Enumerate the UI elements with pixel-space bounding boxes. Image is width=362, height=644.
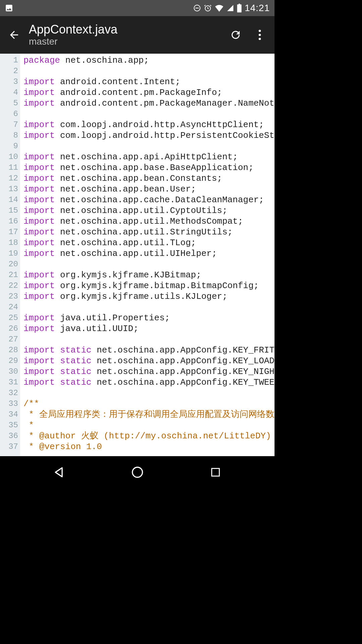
code-line: import com.loopj.android.http.Persistent…: [23, 130, 275, 141]
code-line: import static net.oschina.app.AppConfig.…: [23, 356, 275, 366]
line-number: 18: [0, 237, 18, 248]
line-number: 27: [0, 334, 18, 345]
cell-signal-icon: [227, 4, 234, 12]
app-bar: AppContext.java master: [0, 16, 275, 54]
code-line: [23, 109, 275, 119]
arrow-left-icon: [8, 29, 20, 41]
line-number: 37: [0, 441, 18, 452]
line-number: 8: [0, 130, 18, 141]
code-line: package net.oschina.app;: [23, 55, 275, 66]
alarm-icon: [204, 4, 212, 12]
code-line: * @version 1.0: [23, 441, 275, 452]
code-line: *: [23, 420, 275, 431]
code-line: [23, 141, 275, 152]
svg-point-6: [132, 467, 142, 477]
refresh-icon: [230, 29, 242, 41]
svg-point-3: [259, 30, 261, 32]
line-number: 4: [0, 87, 18, 98]
line-number: 2: [0, 66, 18, 76]
line-number: 10: [0, 152, 18, 162]
line-number: 21: [0, 270, 18, 280]
code-line: import static net.oschina.app.AppConfig.…: [23, 366, 275, 377]
line-number: 9: [0, 141, 18, 152]
line-number: 6: [0, 109, 18, 119]
line-number: 19: [0, 248, 18, 259]
line-number: 25: [0, 313, 18, 323]
line-number: 5: [0, 98, 18, 109]
navigation-bar: [0, 456, 275, 488]
nav-back-button[interactable]: [48, 461, 71, 484]
code-content: package net.oschina.app;import android.c…: [20, 54, 275, 456]
line-number: 23: [0, 291, 18, 302]
line-number: 7: [0, 119, 18, 130]
code-line: [23, 259, 275, 270]
line-number: 36: [0, 431, 18, 441]
page-subtitle: master: [29, 36, 222, 47]
code-line: * 全局应用程序类：用于保存和调用全局应用配置及访问网络数据: [23, 409, 275, 420]
code-line: import net.oschina.app.bean.User;: [23, 184, 275, 195]
page-title: AppContext.java: [29, 23, 222, 36]
code-line: import net.oschina.app.api.ApiHttpClient…: [23, 152, 275, 162]
line-number: 34: [0, 409, 18, 420]
code-line: [23, 334, 275, 345]
line-number: 22: [0, 280, 18, 291]
code-line: import net.oschina.app.bean.Constants;: [23, 173, 275, 184]
status-bar: 14:21: [0, 0, 275, 16]
code-line: import org.kymjs.kjframe.KJBitmap;: [23, 270, 275, 280]
svg-point-4: [259, 34, 261, 36]
status-clock: 14:21: [245, 3, 270, 13]
code-viewer[interactable]: 1234567891011121314151617181920212223242…: [0, 54, 275, 456]
line-number: 15: [0, 205, 18, 216]
code-line: import static net.oschina.app.AppConfig.…: [23, 345, 275, 356]
line-number: 16: [0, 216, 18, 227]
code-line: import net.oschina.app.base.BaseApplicat…: [23, 162, 275, 173]
line-number: 17: [0, 227, 18, 237]
code-line: import static net.oschina.app.AppConfig.…: [23, 377, 275, 388]
code-line: import org.kymjs.kjframe.bitmap.BitmapCo…: [23, 280, 275, 291]
line-number: 28: [0, 345, 18, 356]
line-number: 20: [0, 259, 18, 270]
line-number: 35: [0, 420, 18, 431]
line-number: 31: [0, 377, 18, 388]
line-number: 33: [0, 398, 18, 409]
code-line: import net.oschina.app.cache.DataCleanMa…: [23, 195, 275, 205]
svg-point-5: [259, 38, 261, 40]
code-line: import android.content.pm.PackageInfo;: [23, 87, 275, 98]
line-number: 24: [0, 302, 18, 313]
line-number: 13: [0, 184, 18, 195]
line-number: 29: [0, 356, 18, 366]
nav-home-button[interactable]: [126, 461, 149, 484]
code-line: import android.content.Intent;: [23, 76, 275, 87]
code-line: import java.util.Properties;: [23, 313, 275, 323]
code-line: [23, 302, 275, 313]
overflow-button[interactable]: [249, 24, 270, 46]
code-line: [23, 66, 275, 76]
line-number: 12: [0, 173, 18, 184]
dnd-icon: [193, 4, 201, 12]
nav-recent-button[interactable]: [204, 461, 227, 484]
code-line: import java.util.UUID;: [23, 323, 275, 334]
triangle-back-icon: [53, 466, 66, 479]
back-button[interactable]: [4, 25, 24, 45]
code-line: [23, 388, 275, 398]
code-line: import net.oschina.app.util.StringUtils;: [23, 227, 275, 237]
wifi-icon: [215, 4, 224, 12]
line-number: 1: [0, 55, 18, 66]
refresh-button[interactable]: [225, 24, 246, 46]
circle-home-icon: [131, 466, 144, 479]
svg-rect-7: [212, 469, 219, 476]
more-vert-icon: [258, 30, 261, 40]
code-line: import net.oschina.app.util.MethodsCompa…: [23, 216, 275, 227]
line-number-gutter: 1234567891011121314151617181920212223242…: [0, 54, 20, 456]
code-line: /**: [23, 398, 275, 409]
image-icon: [5, 4, 13, 12]
code-line: import org.kymjs.kjframe.utils.KJLoger;: [23, 291, 275, 302]
line-number: 26: [0, 323, 18, 334]
code-line: import net.oschina.app.util.UIHelper;: [23, 248, 275, 259]
code-line: import net.oschina.app.util.TLog;: [23, 237, 275, 248]
battery-icon: [237, 4, 242, 12]
code-line: import net.oschina.app.util.CyptoUtils;: [23, 205, 275, 216]
line-number: 14: [0, 195, 18, 205]
line-number: 32: [0, 388, 18, 398]
code-line: import android.content.pm.PackageManager…: [23, 98, 275, 109]
